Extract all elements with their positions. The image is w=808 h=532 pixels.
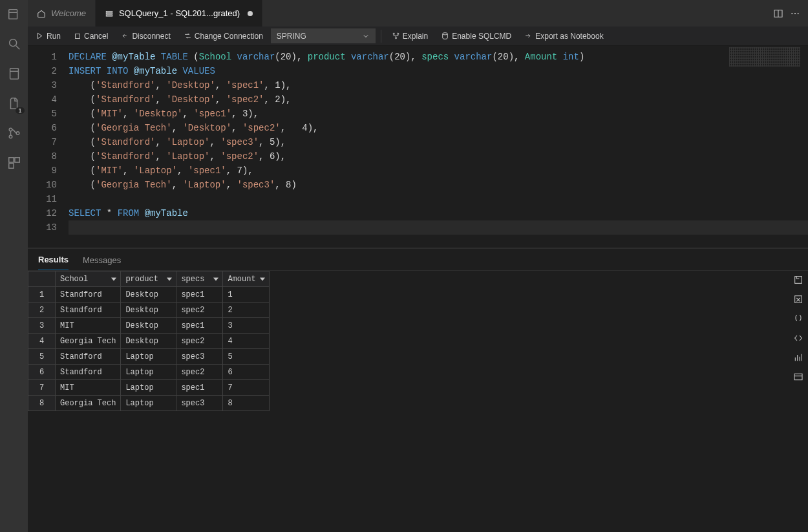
svg-point-8: [16, 132, 19, 135]
search-icon[interactable]: [6, 36, 22, 52]
tab-results[interactable]: Results: [38, 255, 69, 270]
svg-rect-13: [106, 13, 112, 14]
chevron-down-icon[interactable]: [111, 277, 116, 281]
save-csv-icon[interactable]: [793, 275, 803, 285]
svg-point-19: [798, 12, 799, 14]
database-select-value: SPRING: [277, 32, 306, 41]
table-row[interactable]: 6StandfordLaptopspec26: [28, 365, 270, 380]
change-connection-icon: [184, 32, 192, 40]
enable-sqlcmd-label: Enable SQLCMD: [452, 32, 511, 41]
results-grid-wrap: SchoolproductspecsAmount1StandfordDeskto…: [28, 271, 270, 532]
chart-icon[interactable]: [793, 352, 803, 363]
export-notebook-button[interactable]: Export as Notebook: [519, 27, 608, 45]
toolbar-separator: [381, 30, 381, 43]
panel-tabs: Results Messages: [28, 249, 808, 271]
explain-icon: [392, 32, 400, 40]
play-icon: [36, 32, 44, 40]
export-icon: [524, 32, 533, 40]
table-row[interactable]: 3MITDesktopspec13: [28, 318, 270, 334]
servers-icon[interactable]: [6, 6, 22, 22]
results-action-bar: [789, 271, 808, 532]
chevron-down-icon: [362, 32, 370, 40]
chevron-down-icon[interactable]: [260, 277, 265, 281]
svg-rect-26: [795, 277, 802, 284]
table-row[interactable]: 1StandfordDesktopspec11: [28, 287, 270, 303]
export-notebook-label: Export as Notebook: [535, 32, 603, 41]
app-root: 1 Welcome SQLQuery_1 - SQL201...grated): [0, 0, 808, 532]
code-area[interactable]: DECLARE @myTable TABLE (School varchar(2…: [69, 50, 808, 235]
extensions-icon[interactable]: [6, 155, 22, 171]
svg-point-23: [397, 33, 398, 34]
svg-point-18: [794, 12, 796, 14]
column-header[interactable]: School: [56, 271, 121, 287]
enable-sqlcmd-button[interactable]: Enable SQLCMD: [436, 27, 516, 45]
editor[interactable]: 12345678910111213 DECLARE @myTable TABLE…: [28, 46, 808, 248]
notebooks-icon[interactable]: [6, 66, 22, 81]
svg-rect-14: [106, 15, 112, 16]
unsaved-indicator-icon: [248, 11, 253, 16]
query-toolbar: Run Cancel Disconnect Change Connection …: [28, 27, 808, 46]
save-json-icon[interactable]: [793, 314, 803, 324]
save-xml-icon[interactable]: [793, 333, 803, 343]
disconnect-button[interactable]: Disconnect: [116, 27, 175, 45]
tab-welcome-label: Welcome: [51, 8, 86, 18]
more-actions-icon[interactable]: [790, 8, 800, 19]
disconnect-label: Disconnect: [132, 32, 170, 41]
column-header[interactable]: product: [121, 271, 176, 287]
stop-icon: [74, 32, 81, 40]
run-button[interactable]: Run: [30, 27, 66, 45]
svg-point-7: [9, 135, 12, 138]
tab-welcome[interactable]: Welcome: [28, 0, 96, 27]
svg-rect-12: [106, 11, 112, 12]
table-row[interactable]: 4Georgia TechDesktopspec24: [28, 334, 270, 349]
split-editor-icon[interactable]: [773, 8, 783, 19]
svg-line-3: [16, 46, 19, 50]
svg-point-6: [9, 128, 12, 131]
svg-point-2: [9, 39, 16, 47]
main-area: Welcome SQLQuery_1 - SQL201...grated): [28, 0, 808, 532]
chevron-down-icon[interactable]: [167, 277, 172, 281]
table-row[interactable]: 7MITLaptopspec17: [28, 380, 270, 396]
svg-point-25: [443, 33, 448, 35]
change-connection-label: Change Connection: [195, 32, 263, 41]
table-row[interactable]: 8Georgia TechLaptopspec38: [28, 396, 270, 411]
column-header[interactable]: specs: [176, 271, 223, 287]
minimap[interactable]: [729, 47, 800, 67]
disconnect-icon: [121, 32, 129, 40]
cancel-button[interactable]: Cancel: [69, 27, 113, 45]
svg-point-22: [393, 33, 394, 34]
svg-rect-9: [8, 158, 13, 162]
svg-rect-4: [10, 69, 18, 80]
activity-bar: 1: [0, 0, 28, 532]
explain-label: Explain: [403, 32, 428, 41]
sqlcmd-icon: [441, 32, 449, 40]
svg-rect-21: [76, 34, 80, 38]
save-excel-icon[interactable]: [793, 294, 803, 304]
explorer-badge: 1: [16, 107, 24, 114]
editor-tabs: Welcome SQLQuery_1 - SQL201...grated): [28, 0, 808, 27]
column-header[interactable]: Amount: [223, 271, 270, 287]
source-control-icon[interactable]: [6, 125, 22, 141]
sql-file-icon: [105, 9, 114, 18]
results-grid[interactable]: SchoolproductspecsAmount1StandfordDeskto…: [28, 271, 270, 411]
database-select[interactable]: SPRING: [271, 28, 376, 43]
tab-messages[interactable]: Messages: [83, 255, 121, 270]
explorer-icon[interactable]: 1: [6, 96, 22, 111]
visualizer-icon[interactable]: [793, 372, 803, 382]
tab-sqlquery[interactable]: SQLQuery_1 - SQL201...grated): [96, 0, 262, 27]
home-icon: [37, 9, 46, 18]
svg-rect-0: [8, 10, 17, 19]
tab-sqlquery-label: SQLQuery_1 - SQL201...grated): [119, 8, 240, 18]
svg-rect-11: [8, 164, 13, 168]
table-row[interactable]: 5StandfordLaptopspec35: [28, 349, 270, 365]
line-gutter: 12345678910111213: [28, 50, 69, 235]
results-panel: Results Messages SchoolproductspecsAmoun…: [28, 248, 808, 532]
table-row[interactable]: 2StandfordDesktopspec22: [28, 303, 270, 318]
chevron-down-icon[interactable]: [213, 277, 218, 281]
explain-button[interactable]: Explain: [387, 27, 433, 45]
panel-body: SchoolproductspecsAmount1StandfordDeskto…: [28, 271, 808, 532]
svg-point-24: [395, 37, 396, 39]
cancel-label: Cancel: [84, 32, 108, 41]
svg-rect-10: [14, 158, 19, 162]
change-connection-button[interactable]: Change Connection: [178, 27, 268, 45]
